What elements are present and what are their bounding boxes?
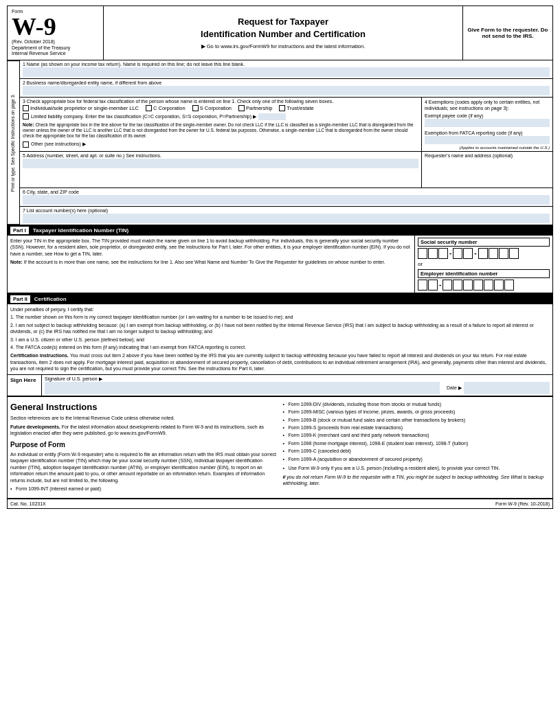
part1-header: Part I Taxpayer Identification Number (T…: [8, 225, 552, 236]
ssn-group3: [478, 248, 519, 259]
right-bullet-4: Form 1099-K (merchant card and third par…: [283, 432, 550, 438]
line2-row: 2 Business name/disregarded entity name,…: [20, 79, 552, 98]
other-label: Other (see instructions) ▶: [31, 141, 86, 147]
ssn-box9[interactable]: [509, 248, 519, 259]
line5-left: 5 Address (number, street, and apt. or s…: [20, 152, 422, 187]
line4-label: 4 Exemptions (codes apply only to certai…: [425, 99, 550, 111]
cert-body: Under penalties of perjury, I certify th…: [8, 304, 552, 375]
llc-label: Limited liability company. Enter the tax…: [31, 114, 256, 120]
s-corp-label: S Corporation: [200, 105, 232, 111]
individual-option[interactable]: Individual/sole proprietor or single-mem…: [23, 105, 139, 111]
part1-left: Enter your TIN in the appropriate box. T…: [8, 236, 415, 293]
trust-option[interactable]: Trust/estate: [279, 105, 313, 111]
fatca-input[interactable]: [425, 136, 550, 144]
c-corp-checkbox[interactable]: [146, 105, 152, 111]
left-bullets: Form 1099-INT (interest earned or paid): [10, 486, 278, 492]
ein-dash: -: [439, 281, 441, 288]
main-content: 1 Name (as shown on your income tax retu…: [20, 60, 552, 225]
s-corp-option[interactable]: S Corporation: [192, 105, 232, 111]
line6-input[interactable]: [23, 195, 550, 205]
header-center: Request for Taxpayer Identification Numb…: [104, 6, 463, 60]
part2-header: Part II Certification: [8, 294, 552, 304]
partnership-checkbox[interactable]: [238, 105, 245, 111]
ssn-box2[interactable]: [428, 248, 438, 259]
llc-classification-input[interactable]: [258, 113, 286, 120]
requester-input[interactable]: [425, 159, 550, 186]
line3-row: 3 Check appropriate box for federal tax …: [20, 98, 552, 152]
right-bullet-7: Form 1099-A (acquisition or abandonment …: [283, 456, 550, 462]
gi-right: Form 1099-DIV (dividends, including thos…: [283, 401, 550, 494]
individual-checkbox[interactable]: [23, 105, 29, 111]
s-corp-checkbox[interactable]: [192, 105, 199, 111]
ssn-box4[interactable]: [453, 248, 462, 259]
ssn-box8[interactable]: [499, 248, 508, 259]
right-bullet-9: If you do not return Form W-9 to the req…: [283, 474, 550, 487]
signature-input[interactable]: [45, 382, 440, 394]
part1-roman: Part I: [10, 227, 29, 234]
ssn-box3[interactable]: [438, 248, 448, 259]
general-instructions-section: General Instructions Section references …: [7, 397, 553, 509]
part1-note: Note: If the account is in more than one…: [10, 259, 412, 265]
cert-instructions-text: You must cross out item 2 above if you h…: [10, 353, 546, 371]
line7-input[interactable]: [23, 214, 550, 223]
part2-roman: Part II: [10, 295, 30, 303]
right-bullet-5: Form 1098 (home mortgage interest), 1098…: [283, 440, 550, 446]
exempt-payee-input[interactable]: [425, 119, 550, 127]
ssn-box7[interactable]: [489, 248, 498, 259]
form-name: W-9: [12, 14, 99, 39]
ssn-box1[interactable]: [418, 248, 427, 259]
ein-box1[interactable]: [418, 280, 427, 291]
page: Form W-9 (Rev. October 2018) Department …: [0, 0, 560, 514]
ein-box7[interactable]: [484, 280, 493, 291]
partnership-option[interactable]: Partnership: [238, 105, 272, 111]
ein-box5[interactable]: [463, 280, 473, 291]
sign-row: Sign Here Signature of U.S. person ▶ Dat…: [8, 375, 552, 396]
header-left: Form W-9 (Rev. October 2018) Department …: [8, 6, 104, 60]
future-label: Future developments.: [10, 424, 60, 429]
gi-future: Future developments. For the latest info…: [10, 424, 278, 437]
cert-item2: 2. I am not subject to backup withholdin…: [10, 322, 550, 335]
irs-url: ▶ Go to www.irs.gov/FormW9 for instructi…: [201, 43, 366, 49]
trust-label: Trust/estate: [287, 105, 313, 111]
line1-row: 1 Name (as shown on your income tax retu…: [20, 60, 552, 79]
line5-input[interactable]: [23, 159, 418, 168]
exempt-payee-label: Exempt payee code (if any): [425, 113, 550, 118]
line2-input[interactable]: [23, 86, 550, 95]
give-form-notice: Give Form to the requester. Do not send …: [463, 6, 552, 60]
part1-body: Enter your TIN in the appropriate box. T…: [8, 236, 552, 293]
line1-input[interactable]: [23, 67, 550, 77]
c-corp-option[interactable]: C Corporation: [146, 105, 186, 111]
cert-item4: 4. The FATCA code(s) entered on this for…: [10, 344, 550, 350]
ein-box4[interactable]: [453, 280, 462, 291]
cert-item1: 1. The number shown on this form is my c…: [10, 314, 550, 320]
line3-left: 3 Check appropriate box for federal tax …: [20, 98, 422, 151]
date-input[interactable]: [464, 382, 550, 394]
cert-instructions-para: Certification instructions. You must cro…: [10, 352, 550, 372]
cert-item3: 3. I am a U.S. citizen or other U.S. per…: [10, 337, 550, 343]
ein-group1: [418, 280, 438, 291]
right-bullet-0: Form 1099-DIV (dividends, including thos…: [283, 401, 550, 407]
ein-box8[interactable]: [494, 280, 504, 291]
ein-boxes: -: [418, 280, 550, 291]
ssn-dash2: -: [474, 249, 476, 257]
ein-box9[interactable]: [504, 280, 514, 291]
ssn-box5[interactable]: [463, 248, 473, 259]
ein-box3[interactable]: [443, 280, 452, 291]
line7-label: 7 List account number(s) here (optional): [23, 208, 550, 213]
part1-note-label: Note:: [10, 260, 23, 264]
line5-label: 5 Address (number, street, and apt. or s…: [23, 153, 418, 158]
sig-label: Signature of U.S. person ▶: [45, 376, 440, 382]
sign-right: Signature of U.S. person ▶ Date ▶: [42, 375, 552, 396]
right-bullet-1: Form 1099-MISC (various types of income,…: [283, 409, 550, 415]
llc-checkbox[interactable]: [23, 113, 29, 120]
right-bullet-2: Form 1099-B (stock or mutual fund sales …: [283, 417, 550, 423]
other-checkbox[interactable]: [23, 141, 29, 148]
trust-checkbox[interactable]: [279, 105, 285, 111]
line4-right: 4 Exemptions (codes apply only to certai…: [422, 98, 552, 151]
ein-box6[interactable]: [473, 280, 483, 291]
sign-fields: Signature of U.S. person ▶ Date ▶: [45, 376, 550, 394]
ein-box2[interactable]: [428, 280, 438, 291]
ssn-box6[interactable]: [478, 248, 488, 259]
part1-section: Part I Taxpayer Identification Number (T…: [7, 225, 553, 294]
line5-row: 5 Address (number, street, and apt. or s…: [20, 152, 552, 188]
